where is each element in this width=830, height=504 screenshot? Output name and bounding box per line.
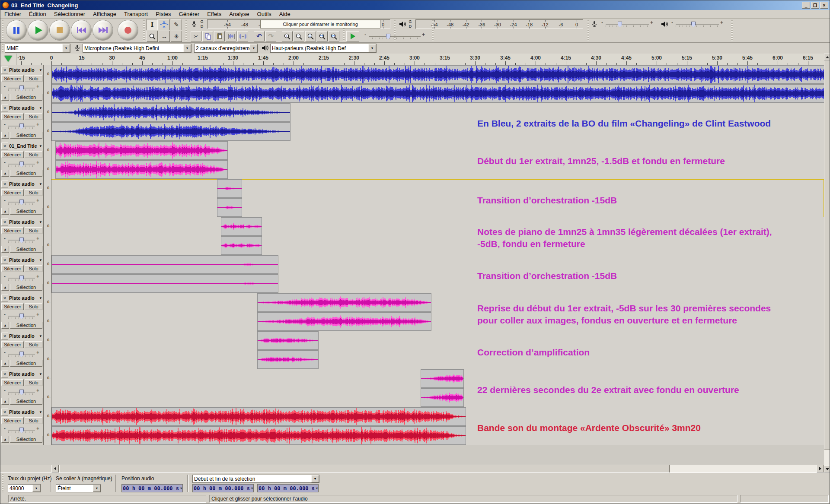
chevron-down-icon[interactable]: ▼ [93, 485, 101, 492]
channel-right[interactable] [51, 84, 824, 103]
gain-slider[interactable]: -+ [4, 274, 39, 282]
audio-clip[interactable] [217, 198, 242, 217]
track-close-button[interactable]: × [1, 409, 8, 415]
menu-outils[interactable]: Outils [253, 10, 275, 18]
project-rate-select[interactable]: 48000▼ [8, 484, 41, 492]
track-content[interactable] [51, 255, 824, 293]
selection-start-display[interactable]: 00 h 00 m 00.000 s▼ [192, 484, 254, 492]
menu-transport[interactable]: Transport [120, 10, 152, 18]
playback-speed-slider[interactable]: - + [364, 32, 425, 41]
draw-tool-button[interactable]: ✎ [171, 19, 182, 30]
mute-button[interactable]: Silencer [1, 303, 24, 310]
playback-volume-slider[interactable]: - + [671, 20, 723, 29]
gain-slider[interactable]: -+ [4, 350, 39, 358]
chevron-down-icon[interactable]: ▼ [183, 44, 191, 52]
solo-button[interactable]: Solo [25, 227, 42, 234]
audio-clip[interactable] [51, 274, 278, 293]
play-button[interactable] [28, 20, 48, 40]
close-button[interactable]: × [820, 2, 828, 9]
zoom-toggle-button[interactable]: 1:1 [329, 31, 339, 41]
audio-clip[interactable] [51, 103, 290, 122]
track-close-button[interactable]: × [1, 257, 8, 263]
selection-button[interactable]: Sélection [10, 284, 42, 291]
mute-button[interactable]: Silencer [1, 265, 24, 272]
channel-right[interactable] [51, 274, 824, 293]
playback-device-select[interactable]: Haut-parleurs (Realtek High Def▼ [270, 44, 377, 53]
track-name-menu[interactable]: Piste audio▼ [9, 105, 42, 111]
solo-button[interactable]: Solo [25, 75, 42, 82]
audio-clip[interactable] [217, 179, 242, 198]
chevron-down-icon[interactable]: ▼ [251, 487, 253, 490]
selection-button[interactable]: Sélection [10, 208, 42, 215]
chevron-down-icon[interactable]: ▼ [62, 44, 70, 52]
audio-clip[interactable] [51, 65, 824, 84]
track-content[interactable] [51, 407, 824, 445]
horizontal-scrollbar[interactable] [0, 465, 830, 472]
gain-slider[interactable]: -+ [4, 236, 39, 244]
audio-clip[interactable] [51, 84, 824, 103]
vscroll-thumb[interactable] [824, 60, 830, 450]
scroll-up-button[interactable] [824, 54, 830, 60]
menu-aide[interactable]: Aide [275, 10, 294, 18]
selection-button[interactable]: Sélection [10, 360, 42, 367]
chevron-down-icon[interactable]: ▼ [311, 475, 319, 482]
collapse-button[interactable]: ▲ [1, 132, 9, 139]
minimize-button[interactable]: _ [802, 2, 810, 9]
solo-button[interactable]: Solo [25, 303, 42, 310]
audio-clip[interactable] [421, 369, 464, 388]
solo-button[interactable]: Solo [25, 341, 42, 348]
menu-effets[interactable]: Effets [203, 10, 225, 18]
vertical-scrollbar[interactable] [824, 54, 830, 472]
paste-button[interactable] [214, 31, 225, 41]
track-name-menu[interactable]: Piste audio▼ [9, 409, 42, 415]
timeline-pin-box[interactable] [0, 54, 16, 65]
solo-button[interactable]: Solo [25, 151, 42, 158]
record-meter[interactable]: G D -54-48-42-36-30-24-18-12-60 Cliquer … [189, 19, 393, 29]
audio-clip[interactable] [55, 160, 228, 179]
snap-to-select[interactable]: Éteint▼ [56, 484, 101, 492]
chevron-down-icon[interactable]: ▼ [32, 485, 40, 492]
audio-position-display[interactable]: 00 h 00 m 00.000 s▼ [121, 484, 183, 492]
audio-clip[interactable] [257, 293, 431, 312]
selection-button[interactable]: Sélection [10, 398, 42, 405]
mute-button[interactable]: Silencer [1, 75, 24, 82]
mute-button[interactable]: Silencer [1, 417, 24, 424]
playback-meter[interactable]: G D -54-48-42-36-30-24-18-12-60 [397, 19, 586, 29]
mute-button[interactable]: Silencer [1, 341, 24, 348]
recording-channels-select[interactable]: 2 canaux d'enregistrement (▼ [194, 44, 258, 53]
menu-generer[interactable]: Générer [175, 10, 204, 18]
menu-fichier[interactable]: Fichier [0, 10, 25, 18]
trim-audio-button[interactable] [226, 31, 236, 41]
track-name-menu[interactable]: Piste audio▼ [9, 67, 42, 73]
selection-end-display[interactable]: 00 h 00 m 00.000 s▼ [257, 484, 319, 492]
collapse-button[interactable]: ▲ [1, 436, 9, 443]
play-at-speed-button[interactable] [346, 31, 359, 41]
track-close-button[interactable]: × [1, 371, 8, 377]
gain-slider[interactable]: -+ [4, 198, 39, 206]
zoom-selection-button[interactable] [305, 31, 316, 41]
selection-button[interactable]: Sélection [10, 436, 42, 443]
skip-start-button[interactable] [71, 20, 91, 40]
skip-end-button[interactable] [93, 20, 113, 40]
audio-clip[interactable] [51, 426, 466, 445]
mute-button[interactable]: Silencer [1, 113, 24, 120]
hscroll-track[interactable] [51, 465, 824, 472]
recording-device-select[interactable]: Microphone (Realtek High Defini▼ [83, 44, 192, 53]
maximize-button[interactable]: ❐ [811, 2, 819, 9]
scroll-right-button[interactable] [817, 465, 824, 472]
selection-button[interactable]: Sélection [10, 322, 42, 329]
gain-slider[interactable]: -+ [4, 84, 39, 92]
collapse-button[interactable]: ▲ [1, 94, 9, 101]
chevron-down-icon[interactable]: ▼ [250, 44, 258, 52]
track-name-menu[interactable]: Piste audio▼ [9, 371, 42, 377]
zoom-out-button[interactable]: − [294, 31, 304, 41]
audio-clip[interactable] [51, 255, 278, 274]
menu-edition[interactable]: Édition [25, 10, 50, 18]
multi-tool-button[interactable]: ✳ [171, 31, 182, 42]
gain-slider[interactable]: -+ [4, 160, 39, 168]
audio-clip[interactable] [257, 331, 319, 350]
track-content[interactable] [51, 331, 824, 369]
audio-clip[interactable] [51, 407, 466, 426]
redo-button[interactable]: ↷ [265, 31, 276, 41]
track-content[interactable] [51, 179, 824, 217]
